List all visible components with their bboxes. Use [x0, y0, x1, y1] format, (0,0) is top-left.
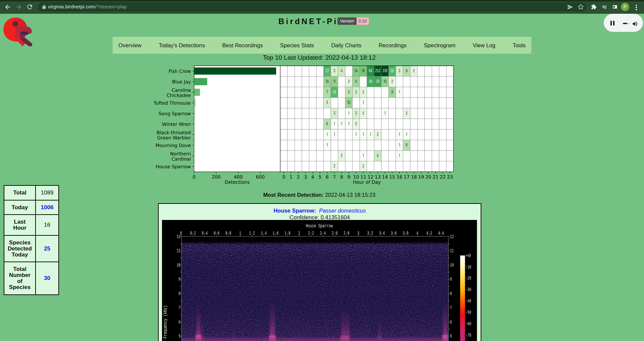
- svg-text:10: 10: [177, 263, 180, 268]
- svg-text:9: 9: [178, 277, 180, 282]
- svg-text:11: 11: [177, 248, 180, 253]
- svg-text:12: 12: [177, 234, 180, 239]
- svg-text:3·4: 3·4: [379, 231, 385, 236]
- svg-text:3·6: 3·6: [391, 231, 397, 236]
- svg-text:6: 6: [450, 320, 452, 325]
- svg-text:5: 5: [450, 334, 452, 339]
- svg-text:7: 7: [178, 305, 180, 310]
- svg-text:-20: -20: [466, 276, 471, 281]
- svg-text:10: 10: [450, 263, 454, 268]
- svg-text:House Sparrow: House Sparrow: [306, 223, 333, 229]
- svg-text:0·6: 0·6: [214, 231, 220, 236]
- svg-text:11: 11: [450, 248, 454, 253]
- svg-text:0·2: 0·2: [190, 231, 196, 236]
- svg-text:4·4: 4·4: [438, 231, 444, 236]
- svg-text:4·2: 4·2: [426, 231, 432, 236]
- svg-text:-30: -30: [466, 287, 471, 292]
- svg-text:2·6: 2·6: [332, 231, 338, 236]
- svg-text:2: 2: [298, 231, 300, 236]
- svg-text:1·8: 1·8: [284, 231, 290, 236]
- svg-text:2·4: 2·4: [320, 231, 326, 236]
- svg-text:3: 3: [357, 231, 359, 236]
- svg-text:3·8: 3·8: [402, 231, 409, 236]
- svg-text:5: 5: [178, 334, 180, 339]
- svg-text:6: 6: [178, 320, 180, 325]
- svg-text:3·2: 3·2: [367, 231, 373, 236]
- svg-text:1·2: 1·2: [249, 231, 255, 236]
- svg-text:1: 1: [239, 231, 241, 236]
- svg-text:0·8: 0·8: [225, 231, 231, 236]
- svg-text:Frequency (kHz): Frequency (kHz): [163, 305, 168, 339]
- svg-text:1·6: 1·6: [273, 231, 279, 236]
- svg-text:2·8: 2·8: [343, 231, 350, 236]
- svg-text:8: 8: [178, 291, 180, 296]
- svg-text:-70: -70: [466, 333, 471, 338]
- svg-text:2·2: 2·2: [308, 231, 314, 236]
- svg-text:-10: -10: [466, 265, 471, 270]
- svg-text:0·4: 0·4: [202, 231, 208, 236]
- svg-text:-40: -40: [466, 298, 471, 304]
- svg-text:-50: -50: [466, 310, 471, 315]
- svg-text:4: 4: [417, 231, 419, 236]
- svg-text:+0: +0: [466, 253, 471, 259]
- svg-text:9: 9: [450, 277, 452, 282]
- svg-text:-60: -60: [466, 321, 471, 327]
- svg-text:7: 7: [450, 305, 452, 310]
- svg-text:8: 8: [450, 291, 452, 296]
- svg-text:12: 12: [450, 234, 454, 239]
- svg-text:1·4: 1·4: [261, 231, 267, 236]
